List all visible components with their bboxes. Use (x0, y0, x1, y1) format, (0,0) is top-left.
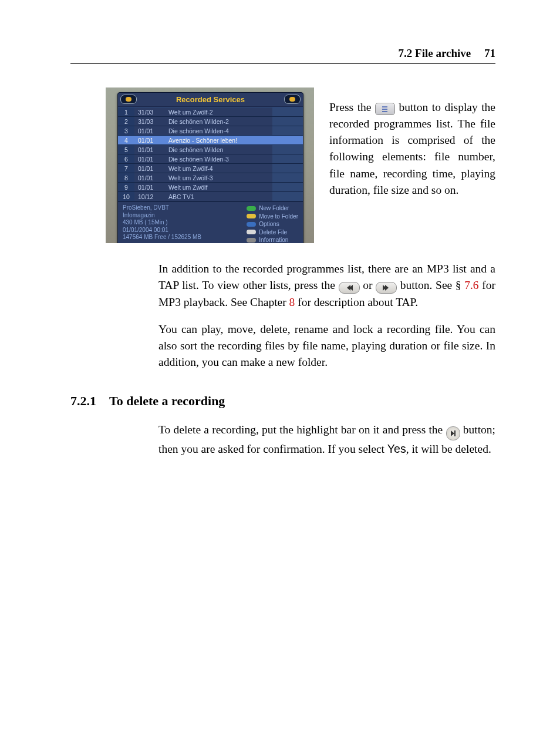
recorded-services-table: 131/03Welt um Zwölf-2231/03Die schönen W… (118, 107, 303, 201)
info-dot-icon (247, 238, 256, 243)
green-dot-icon (247, 206, 256, 211)
side-paragraph: Press the button to display the recorded… (329, 99, 495, 199)
table-row: 801/01Welt um Zwölf-3 (118, 173, 303, 183)
link-chapter-8[interactable]: 8 (289, 296, 295, 308)
rew-pill-icon (120, 95, 137, 104)
section-heading: 7.2.1 To delete a recording (70, 393, 495, 409)
screenshot-legend: New Folder Move to Folder Options Delete… (247, 204, 298, 243)
yes-option: Yes (387, 442, 406, 455)
rewind-button-icon (339, 282, 360, 294)
skip-forward-button-icon (446, 426, 460, 440)
table-row: 501/01Die schönen Wilden (118, 145, 303, 154)
blue-dot-icon (247, 222, 256, 227)
screenshot-title: Recorded Services (176, 95, 245, 104)
table-row: 231/03Die schönen Wilden-2 (118, 117, 303, 126)
body-paragraph-2: You can play, move, delete, rename and l… (158, 321, 495, 371)
ffwd-pill-icon (284, 95, 301, 104)
table-row: 701/01Welt um Zwölf-4 (118, 164, 303, 173)
section-number: 7.2.1 (70, 393, 96, 409)
running-header: 7.2 File archive 71 (70, 47, 495, 64)
white-dot-icon (247, 230, 256, 234)
recorded-services-screenshot: Recorded Services 131/03Welt um Zwölf-22… (106, 88, 314, 243)
list-button-icon (375, 103, 395, 115)
section-ref: 7.2 File archive (399, 47, 471, 59)
section-title: To delete a recording (109, 393, 225, 409)
link-7-6[interactable]: 7.6 (464, 279, 478, 291)
table-row: 1010/12ABC TV1 (118, 192, 303, 201)
table-row: 401/01Avenzio - Schöner leben! (118, 136, 303, 145)
table-row: 601/01Die schönen Wilden-3 (118, 154, 303, 164)
forward-button-icon (376, 282, 397, 294)
yellow-dot-icon (247, 214, 256, 218)
body-paragraph-1: In addition to the recorded programmes l… (158, 261, 495, 311)
screenshot-meta: ProSieben, DVBT Infomagazin 430 MB ( 15M… (123, 204, 201, 243)
page-number: 71 (484, 47, 495, 59)
table-row: 301/01Die schönen Wilden-4 (118, 126, 303, 136)
body-paragraph-3: To delete a recording, put the highlight… (158, 422, 495, 457)
table-row: 131/03Welt um Zwölf-2 (118, 107, 303, 117)
table-row: 901/01Welt um Zwölf (118, 183, 303, 192)
